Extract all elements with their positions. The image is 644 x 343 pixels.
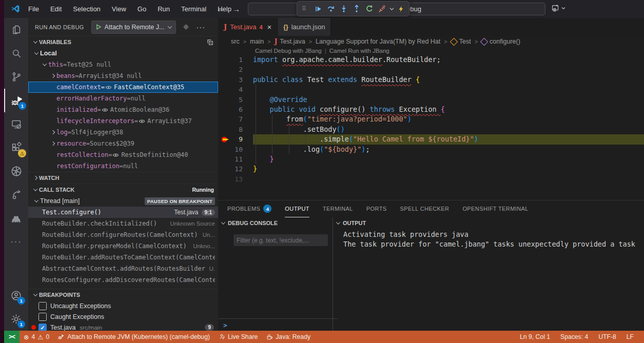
editor-tab-launch.json[interactable]: {}launch.json	[278, 18, 331, 36]
problems-status[interactable]: ⊗ 4 ⚠ 0	[19, 331, 53, 343]
breakpoint-row[interactable]: Caught Exceptions	[28, 311, 218, 322]
variable-row[interactable]: beans = ArrayList@34 null	[28, 70, 218, 82]
debug-console-header[interactable]: DEBUG CONSOLE	[218, 217, 333, 229]
breadcrumb-item[interactable]: Test	[451, 38, 471, 45]
activity-item-explorer[interactable]	[4, 18, 28, 42]
activity-item-source-control[interactable]	[4, 65, 28, 89]
variable-row[interactable]: initialized = AtomicBoolean@36	[28, 104, 218, 115]
arrow-left-icon[interactable]: ←	[217, 5, 224, 13]
restart-button[interactable]	[363, 3, 376, 15]
lazy-eval-eye-icon[interactable]	[139, 118, 145, 124]
menu-go[interactable]: Go	[132, 0, 152, 18]
continue-button[interactable]	[312, 3, 324, 15]
variable-row[interactable]: Local	[28, 48, 218, 59]
encoding[interactable]: UTF-8	[593, 333, 621, 340]
editor-tab-Test.java[interactable]: JTest.java4×	[218, 18, 278, 36]
variable-row[interactable]: lifecycleInterceptors = ArrayList@37	[28, 115, 218, 127]
live-share[interactable]: Live Share	[214, 331, 262, 343]
watch-section-header[interactable]: WATCH	[28, 172, 218, 184]
step-into-button[interactable]	[338, 3, 350, 15]
menu-file[interactable]: File	[23, 0, 45, 18]
collapse-all-icon[interactable]	[206, 38, 214, 46]
variables-section-header[interactable]: VARIABLES	[28, 36, 218, 48]
activity-item-extensions[interactable]: ⚠	[4, 136, 28, 159]
breakpoint-checkbox[interactable]	[38, 324, 47, 331]
activity-item-search[interactable]	[4, 42, 28, 65]
panel-tab-output[interactable]: OUTPUT	[285, 200, 309, 217]
activity-item-camel[interactable]	[4, 207, 28, 230]
activity-item-kubernetes[interactable]	[4, 159, 28, 183]
indentation[interactable]: Spaces: 4	[555, 333, 593, 340]
variable-row[interactable]: errorHandlerFactory = null	[28, 93, 218, 104]
java-status[interactable]: Java: Ready	[262, 331, 315, 343]
more-actions-icon[interactable]: ···	[196, 23, 205, 31]
thread-row[interactable]: Thread [main]PAUSED ON BREAKPOINT	[28, 195, 218, 207]
breakpoint-row[interactable]: Uncaught Exceptions	[28, 300, 218, 311]
debug-console-filter-input[interactable]	[233, 234, 328, 246]
lazy-eval-eye-icon[interactable]	[105, 85, 112, 90]
breadcrumb-item[interactable]: JTest.java	[275, 38, 305, 45]
breadcrumb-item[interactable]: src	[231, 38, 240, 45]
close-icon[interactable]: ×	[267, 23, 272, 31]
breadcrumb-item[interactable]: Language Support for Java(TM) by Red Hat	[316, 38, 440, 45]
lazy-eval-eye-icon[interactable]	[112, 152, 119, 158]
menu-terminal[interactable]: Terminal	[175, 0, 212, 18]
variable-row[interactable]: camelContext = FastCamelContext@35	[28, 82, 218, 93]
menu-edit[interactable]: Edit	[45, 0, 67, 18]
layout-control-button[interactable]	[551, 4, 565, 12]
activity-item-additional-views[interactable]: ···	[4, 230, 28, 254]
variable-row[interactable]: log = Slf4jLogger@38	[28, 127, 218, 138]
gear-icon[interactable]	[182, 23, 190, 31]
menu-selection[interactable]: Selection	[67, 0, 106, 18]
stack-frame-row[interactable]: RouteBuilder.prepareModel(CamelContext)U…	[28, 240, 218, 252]
breakpoints-section-header[interactable]: BREAKPOINTS	[28, 289, 218, 300]
menu-run[interactable]: Run	[152, 0, 175, 18]
activity-item-accounts[interactable]: 1	[4, 284, 28, 307]
call-stack-section-header[interactable]: CALL STACKRunning	[28, 184, 218, 195]
codelens-link[interactable]: Camel Debug with JBang	[255, 48, 322, 54]
breakpoint-row[interactable]: Test.javasrc/main9	[28, 322, 218, 331]
stack-frame-row[interactable]: RouteBuilder.checkInitialized()Unknown S…	[28, 218, 218, 229]
output-header[interactable]: OUTPUT	[333, 217, 644, 229]
stack-frame-row[interactable]: RouteBuilder.addRoutesToCamelContext(Cam…	[28, 252, 218, 263]
breakpoint-checkbox[interactable]	[38, 313, 47, 321]
remote-indicator[interactable]: ><	[4, 331, 19, 343]
debug-console-input-row[interactable]: >	[218, 318, 338, 331]
stack-frame-row[interactable]: RoutesConfigurer.addDiscoveredRoutes(Cam…	[28, 274, 218, 286]
panel-tab-openshift-terminal[interactable]: OPENSHIFT TERMINAL	[462, 200, 528, 217]
variable-row[interactable]: restConfiguration = null	[28, 160, 218, 172]
step-out-button[interactable]	[350, 3, 363, 15]
variable-row[interactable]: restCollection = RestsDefinition@40	[28, 149, 218, 160]
launch-config-dropdown[interactable]: Attach to Remote J...	[91, 21, 177, 34]
activity-item-openshift[interactable]	[4, 183, 28, 207]
lazy-eval-eye-icon[interactable]	[102, 107, 108, 113]
stack-frame-row[interactable]: AbstractCamelContext.addRoutes(RoutesBui…	[28, 263, 218, 274]
debug-session[interactable]: Attach to Remote JVM (Kubernetes) (camel…	[53, 331, 214, 343]
step-over-button[interactable]	[325, 3, 337, 15]
stack-frame-row[interactable]: Test.configure()Test.java9:1	[28, 207, 218, 218]
panel-tab-spell-checker[interactable]: SPELL CHECKER	[400, 200, 450, 217]
panel-tab-terminal[interactable]: TERMINAL	[323, 200, 353, 217]
hot-code-replace-button[interactable]	[395, 3, 407, 15]
disconnect-button[interactable]	[376, 3, 388, 15]
cursor-position[interactable]: Ln 9, Col 1	[515, 333, 555, 340]
activity-item-remote-explorer[interactable]	[4, 112, 28, 136]
disconnect-dropdown-chevron[interactable]	[389, 3, 394, 15]
frame-name: RouteBuilder.prepareModel(CamelContext)	[42, 243, 187, 250]
code-area[interactable]: 1import org.apache.camel.builder.RouteBu…	[218, 55, 644, 184]
breakpoint-checkbox[interactable]	[38, 302, 47, 310]
stack-frame-row[interactable]: RouteBuilder.configureRoutes(CamelContex…	[28, 229, 218, 240]
codelens-link[interactable]: Camel Run with JBang	[329, 48, 389, 54]
eol[interactable]: LF	[621, 333, 639, 340]
variable-row[interactable]: this = Test@25 null	[28, 59, 218, 70]
activity-item-manage[interactable]: 1	[4, 307, 28, 331]
breakpoint-paused-icon[interactable]	[221, 135, 232, 144]
arrow-right-icon[interactable]: →	[232, 5, 240, 13]
breadcrumb-item[interactable]: configure()	[481, 38, 520, 45]
activity-item-run-and-debug[interactable]: 1	[4, 89, 29, 112]
menu-view[interactable]: View	[106, 0, 132, 18]
breadcrumb-item[interactable]: main	[250, 38, 264, 45]
panel-tab-ports[interactable]: PORTS	[366, 200, 387, 217]
panel-tab-problems[interactable]: PROBLEMS4	[227, 200, 271, 217]
variable-row[interactable]: resource = Sources$2@39	[28, 138, 218, 149]
